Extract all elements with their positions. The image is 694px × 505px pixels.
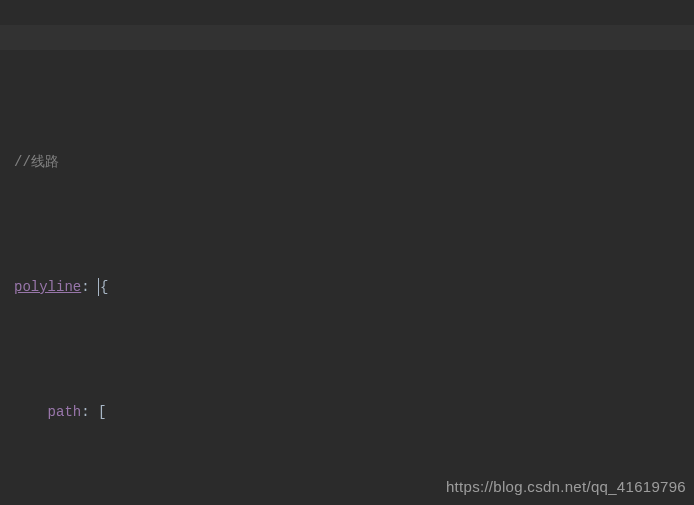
code-line: polyline: { — [14, 275, 694, 300]
code-line: //线路 — [14, 150, 694, 175]
comment-top: //线路 — [14, 154, 59, 170]
code-editor: //线路 polyline: { path: [ [108.864231, 34… — [0, 0, 694, 505]
path-key: path — [48, 404, 82, 420]
watermark: https://blog.csdn.net/qq_41619796 — [446, 474, 686, 499]
text-cursor — [98, 278, 99, 296]
code-line: path: [ — [14, 400, 694, 425]
polyline-key: polyline — [14, 279, 81, 295]
